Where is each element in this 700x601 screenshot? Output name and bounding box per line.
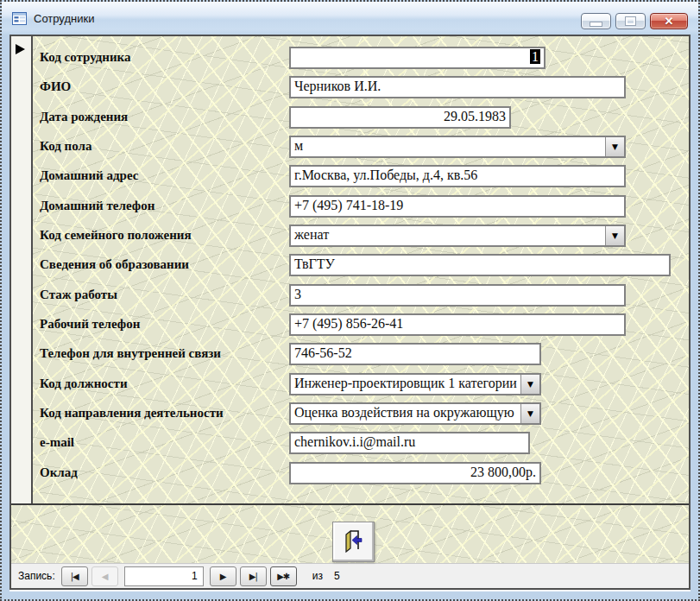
label-education: Сведения об образовании <box>40 257 189 272</box>
dropdown-arrow-icon[interactable]: ▼ <box>605 226 624 245</box>
maximize-icon <box>626 17 635 25</box>
minimize-icon <box>590 22 602 27</box>
close-icon: ✕ <box>665 16 674 27</box>
close-button[interactable]: ✕ <box>650 13 688 29</box>
combo-value: женат <box>294 227 329 242</box>
label-birth-date: Дата рождения <box>40 110 128 124</box>
dropdown-arrow-icon[interactable]: ▼ <box>520 375 539 394</box>
education-field[interactable]: ТвГТУ <box>289 254 671 276</box>
work-phone-field[interactable]: +7 (495) 856-26-41 <box>289 313 626 336</box>
form-icon <box>12 12 27 25</box>
last-record-icon: ▶| <box>249 572 257 581</box>
maximize-button[interactable] <box>615 13 646 29</box>
activity-direction-combo[interactable]: Оценка воздействия на окружающую ▼ <box>289 402 541 425</box>
label-work-experience: Стаж работы <box>40 288 117 302</box>
record-count-total: 5 <box>334 570 340 582</box>
new-record-icon: ▶✱ <box>277 572 289 581</box>
label-internal-phone: Телефон для внутренней связи <box>40 346 221 361</box>
gender-combo[interactable]: м ▼ <box>289 136 626 158</box>
employee-code-field[interactable]: 1 <box>289 47 545 69</box>
home-phone-field[interactable]: +7 (495) 741-18-19 <box>289 195 626 218</box>
email-field[interactable]: chernikov.i.i@mail.ru <box>289 432 530 454</box>
record-navigation-bar: Запись: |◀ ◀ 1 ▶ ▶| ▶✱ из 5 <box>11 563 689 588</box>
record-label: Запись: <box>18 570 55 582</box>
previous-record-button[interactable]: ◀ <box>91 566 118 586</box>
form-client-area: Код сотрудника 1 ФИО Черников И.И. Дата … <box>9 35 691 590</box>
form-detail-section: Код сотрудника 1 ФИО Черников И.И. Дата … <box>11 36 689 503</box>
window-title: Сотрудники <box>34 12 94 25</box>
label-work-phone: Рабочий телефон <box>40 317 140 332</box>
label-full-name: ФИО <box>40 79 71 94</box>
selected-value: 1 <box>530 49 540 64</box>
birth-date-field[interactable]: 29.05.1983 <box>289 106 511 129</box>
access-form-window: Сотрудники ✕ Код сотрудника 1 ФИО Черник… <box>0 0 700 601</box>
dropdown-arrow-icon[interactable]: ▼ <box>605 137 624 156</box>
next-record-icon: ▶ <box>220 572 226 581</box>
label-salary: Оклад <box>40 465 78 480</box>
previous-record-icon: ◀ <box>102 572 108 581</box>
label-home-address: Домашний адрес <box>40 168 138 183</box>
label-position-code: Код должности <box>40 376 128 391</box>
internal-phone-field[interactable]: 746-56-52 <box>289 343 541 365</box>
next-record-button[interactable]: ▶ <box>210 566 236 586</box>
record-selector-bar[interactable] <box>11 36 33 503</box>
titlebar[interactable]: Сотрудники ✕ <box>2 2 698 35</box>
last-record-button[interactable]: ▶| <box>240 566 267 586</box>
current-record-arrow-icon <box>16 44 25 54</box>
label-activity-direction: Код направления деятельности <box>40 406 224 421</box>
combo-value: м <box>294 138 303 153</box>
form-footer-section <box>11 505 689 563</box>
work-experience-field[interactable]: 3 <box>289 284 626 307</box>
exit-form-button[interactable] <box>332 522 375 562</box>
window-controls: ✕ <box>581 13 688 29</box>
label-marital-status: Код семейного положения <box>40 228 192 243</box>
label-employee-code: Код сотрудника <box>40 50 131 65</box>
first-record-button[interactable]: |◀ <box>61 566 88 586</box>
label-gender-code: Код пола <box>40 139 91 154</box>
record-count-of-label: из <box>312 570 323 582</box>
dropdown-arrow-icon[interactable]: ▼ <box>520 404 539 423</box>
first-record-icon: |◀ <box>71 572 79 581</box>
label-email: e-mail <box>40 435 74 450</box>
minimize-button[interactable] <box>581 13 611 29</box>
current-record-input[interactable]: 1 <box>124 566 204 586</box>
salary-field[interactable]: 23 800,00р. <box>289 462 541 484</box>
exit-door-icon <box>344 529 364 555</box>
new-record-button[interactable]: ▶✱ <box>270 566 297 586</box>
label-home-phone: Домашний телефон <box>40 199 155 213</box>
combo-value: Оценка воздействия на окружающую <box>294 405 514 420</box>
marital-status-combo[interactable]: женат ▼ <box>289 225 626 247</box>
home-address-field[interactable]: г.Москва, ул.Победы, д.4, кв.56 <box>289 165 626 187</box>
full-name-field[interactable]: Черников И.И. <box>289 76 626 98</box>
combo-value: Инженер-проектировщик 1 категории <box>294 376 517 390</box>
position-combo[interactable]: Инженер-проектировщик 1 категории ▼ <box>289 373 541 395</box>
